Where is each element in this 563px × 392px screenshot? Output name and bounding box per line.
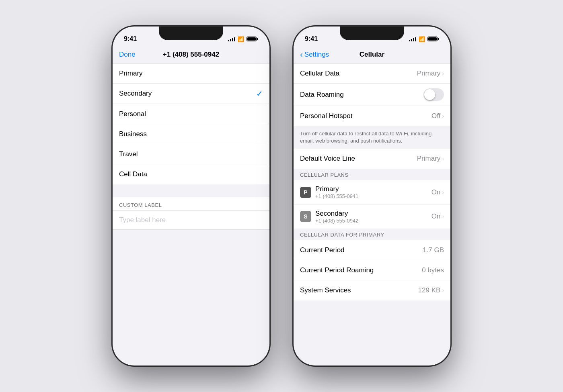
done-button[interactable]: Done — [119, 51, 136, 59]
cellular-plans-group: P Primary +1 (408) 555-0941 On › S Secon… — [294, 180, 450, 229]
primary-plan-left: P Primary +1 (408) 555-0941 — [300, 185, 358, 199]
battery-icon-1 — [247, 37, 258, 41]
personal-hotspot-chevron: › — [442, 113, 444, 119]
primary-plan-value: On — [431, 188, 441, 196]
info-note: Turn off cellular data to restrict all d… — [294, 126, 450, 149]
custom-label-header: CUSTOM LABEL — [113, 197, 269, 211]
label-text-personal: Personal — [119, 110, 146, 118]
nav-bar-2: ‹ Settings Cellular — [294, 46, 450, 63]
current-period-roaming-label: Current Period Roaming — [300, 266, 422, 274]
label-item-cell-data[interactable]: Cell Data — [113, 164, 269, 184]
status-icons-2: 📶 — [409, 36, 439, 42]
primary-plan-name: Primary — [315, 185, 358, 193]
current-period-value-group: 1.7 GB — [423, 246, 444, 254]
status-icons-1: 📶 — [228, 36, 258, 42]
battery-icon-2 — [427, 37, 439, 41]
system-services-label: System Services — [300, 286, 418, 294]
secondary-plan-chevron: › — [442, 213, 444, 220]
label-text-cell-data: Cell Data — [119, 170, 147, 178]
default-voice-line-chevron: › — [442, 155, 444, 162]
signal-icon-2 — [409, 37, 416, 41]
personal-hotspot-label: Personal Hotspot — [300, 112, 431, 120]
data-roaming-label: Data Roaming — [300, 91, 423, 99]
back-label: Settings — [304, 51, 329, 59]
custom-label-section: CUSTOM LABEL Type label here — [113, 197, 269, 230]
default-voice-line-item[interactable]: Default Voice Line Primary › — [294, 149, 450, 169]
cellular-plans-header: CELLULAR PLANS — [294, 169, 450, 180]
time-1: 9:41 — [124, 35, 137, 43]
label-text-travel: Travel — [119, 150, 138, 158]
personal-hotspot-item[interactable]: Personal Hotspot Off › — [294, 106, 450, 126]
primary-plan-chevron: › — [442, 189, 444, 196]
nav-title-1: +1 (408) 555-0942 — [163, 51, 219, 59]
secondary-plan-item[interactable]: S Secondary +1 (408) 555-0942 On › — [294, 204, 450, 229]
label-item-business[interactable]: Business — [113, 124, 269, 144]
custom-label-input[interactable]: Type label here — [113, 211, 269, 230]
secondary-plan-right: On › — [431, 212, 444, 220]
notch-2 — [340, 27, 404, 40]
back-button[interactable]: ‹ Settings — [300, 50, 329, 59]
phone-2-screen: 9:41 📶 ‹ Settings Cellu — [294, 27, 450, 365]
current-period-roaming-value: 0 bytes — [422, 266, 444, 274]
check-icon-secondary: ✓ — [256, 89, 263, 98]
data-roaming-item[interactable]: Data Roaming — [294, 84, 450, 106]
label-text-secondary: Secondary — [119, 90, 152, 98]
current-period-roaming-value-group: 0 bytes — [422, 266, 444, 274]
default-voice-line-label: Default Voice Line — [300, 155, 417, 163]
label-item-travel[interactable]: Travel — [113, 144, 269, 164]
label-item-secondary[interactable]: Secondary ✓ — [113, 84, 269, 104]
label-item-personal[interactable]: Personal — [113, 104, 269, 124]
secondary-plan-value: On — [431, 212, 441, 220]
current-period-value: 1.7 GB — [423, 246, 444, 254]
time-2: 9:41 — [305, 35, 318, 43]
primary-plan-badge: P — [300, 187, 311, 198]
secondary-plan-number: +1 (408) 555-0942 — [315, 218, 358, 224]
default-voice-line-value: Primary — [417, 155, 441, 163]
toggle-knob — [424, 89, 435, 100]
notch-1 — [159, 27, 223, 40]
cellular-data-value-group: Primary › — [417, 69, 444, 78]
system-services-value: 129 KB — [418, 286, 441, 294]
voice-line-group: Default Voice Line Primary › — [294, 149, 450, 169]
nav-bar-1: Done +1 (408) 555-0942 — [113, 46, 269, 63]
primary-plan-item[interactable]: P Primary +1 (408) 555-0941 On › — [294, 180, 450, 204]
system-services-chevron: › — [442, 287, 444, 294]
primary-plan-info: Primary +1 (408) 555-0941 — [315, 185, 358, 199]
cellular-data-chevron: › — [442, 70, 444, 77]
primary-plan-right: On › — [431, 188, 444, 196]
wifi-icon-2: 📶 — [419, 36, 425, 42]
settings-group-1: Cellular Data Primary › Data Roaming Per… — [294, 63, 450, 126]
nav-title-2: Cellular — [360, 51, 384, 59]
label-text-primary: Primary — [119, 69, 143, 78]
personal-hotspot-value: Off — [431, 112, 440, 120]
cellular-data-header: CELLULAR DATA FOR PRIMARY — [294, 229, 450, 240]
phone-1-screen: 9:41 📶 Done +1 (408) 555-0942 — [113, 27, 269, 365]
current-period-label: Current Period — [300, 246, 423, 254]
system-services-item[interactable]: System Services 129 KB › — [294, 280, 450, 300]
data-roaming-toggle[interactable] — [423, 88, 444, 101]
cellular-data-value: Primary — [417, 69, 441, 78]
current-period-roaming-item[interactable]: Current Period Roaming 0 bytes — [294, 260, 450, 280]
labels-list: Primary Secondary ✓ Personal Business Tr… — [113, 63, 269, 184]
label-text-business: Business — [119, 130, 147, 138]
label-item-primary[interactable]: Primary — [113, 63, 269, 84]
default-voice-line-value-group: Primary › — [417, 155, 444, 163]
secondary-plan-info: Secondary +1 (408) 555-0942 — [315, 210, 358, 224]
cellular-data-group: Current Period 1.7 GB Current Period Roa… — [294, 240, 450, 300]
current-period-item[interactable]: Current Period 1.7 GB — [294, 240, 450, 260]
personal-hotspot-value-group: Off › — [431, 112, 444, 120]
system-services-value-group: 129 KB › — [418, 286, 444, 294]
primary-plan-number: +1 (408) 555-0941 — [315, 193, 358, 199]
wifi-icon-1: 📶 — [238, 36, 244, 42]
secondary-plan-left: S Secondary +1 (408) 555-0942 — [300, 210, 358, 224]
signal-icon-1 — [228, 37, 235, 41]
cellular-data-label: Cellular Data — [300, 69, 417, 78]
phone-1: 9:41 📶 Done +1 (408) 555-0942 — [113, 27, 269, 365]
phone-2: 9:41 📶 ‹ Settings Cellu — [294, 27, 450, 365]
secondary-plan-badge: S — [300, 211, 311, 222]
cellular-data-item[interactable]: Cellular Data Primary › — [294, 63, 450, 84]
chevron-back-icon: ‹ — [300, 50, 303, 59]
secondary-plan-name: Secondary — [315, 210, 358, 218]
